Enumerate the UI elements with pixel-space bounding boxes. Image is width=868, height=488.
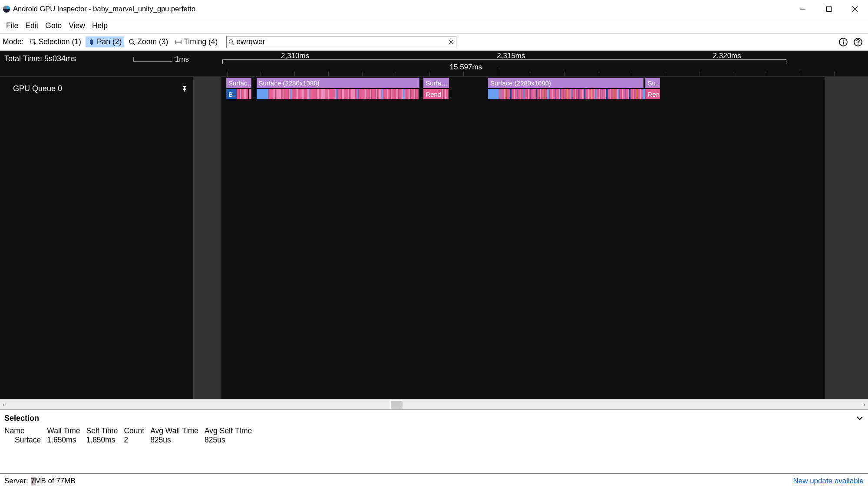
info-button[interactable]	[836, 35, 851, 49]
slice[interactable]	[298, 89, 301, 99]
close-button[interactable]	[842, 0, 868, 18]
slice[interactable]	[415, 89, 419, 99]
server-label: Server:	[4, 477, 28, 485]
slice[interactable]	[525, 89, 528, 99]
menu-goto[interactable]: Goto	[42, 20, 65, 32]
slice-gap	[461, 78, 462, 88]
selection-icon	[30, 39, 37, 46]
col-avg-self-time[interactable]: Avg Self TIme	[205, 426, 258, 436]
slice[interactable]	[268, 89, 273, 99]
tool-zoom[interactable]: Zoom (3)	[126, 36, 171, 47]
help-icon	[853, 37, 863, 47]
memory-meter: 7MB of 77MB	[31, 477, 87, 485]
slice[interactable]	[310, 89, 317, 99]
slice[interactable]	[358, 89, 364, 99]
horizontal-scrollbar[interactable]: ‹ ›	[0, 399, 868, 409]
slice[interactable]	[379, 89, 382, 99]
slice[interactable]	[284, 89, 289, 99]
pan-icon	[88, 39, 95, 46]
help-button[interactable]	[851, 35, 865, 49]
svg-point-16	[843, 39, 844, 41]
search-input[interactable]	[236, 37, 448, 46]
slice[interactable]	[392, 89, 396, 99]
chevron-down-icon[interactable]	[856, 414, 864, 422]
slice[interactable]	[643, 89, 645, 99]
cell-name: Surface	[4, 436, 47, 445]
slice[interactable]: Render	[423, 89, 442, 99]
svg-line-7	[133, 43, 135, 45]
pin-icon[interactable]	[181, 85, 188, 92]
menu-help[interactable]: Help	[89, 20, 111, 32]
ruler-tick-label: 2,310ms	[281, 52, 309, 60]
menu-view[interactable]: View	[65, 20, 89, 32]
slice[interactable]	[371, 89, 376, 99]
tool-timing[interactable]: Timing (4)	[172, 36, 220, 47]
slice[interactable]	[383, 89, 386, 99]
slice-surface[interactable]: Surfa…	[423, 78, 449, 88]
slice[interactable]	[237, 89, 240, 99]
slice[interactable]	[488, 89, 499, 99]
slice-surface[interactable]: Surface (2280x1080)	[488, 78, 644, 88]
slice-gap	[455, 78, 458, 88]
col-name[interactable]: Name	[4, 426, 47, 436]
col-avg-wall-time[interactable]: Avg Wall Time	[150, 426, 205, 436]
slice[interactable]	[276, 89, 281, 99]
toolbar: Mode: Selection (1) Pan (2) Zoom (3) Tim…	[0, 33, 868, 51]
clear-search-icon[interactable]	[448, 39, 454, 45]
time-ruler[interactable]: 2,310ms2,315ms2,320ms15.597ms	[193, 51, 868, 76]
search-icon	[228, 39, 234, 45]
slice[interactable]: B…	[226, 89, 237, 99]
table-row[interactable]: Surface 1.650ms 1.650ms 2 825us 825us	[4, 436, 258, 445]
right-scrub-region	[825, 77, 868, 399]
scroll-right-arrow[interactable]: ›	[860, 402, 868, 408]
slice[interactable]	[320, 89, 326, 99]
slice-surface[interactable]: Surfac…	[226, 78, 251, 88]
slice[interactable]	[257, 89, 269, 99]
selection-panel: Selection Name Wall Time Self Time Count…	[0, 409, 868, 445]
slice[interactable]	[246, 89, 249, 99]
slice[interactable]: Ren…	[645, 89, 660, 99]
slice-surface[interactable]: Surface (2280x1080)	[257, 78, 419, 88]
slice[interactable]	[344, 89, 347, 99]
slice[interactable]	[398, 89, 401, 99]
slice[interactable]	[292, 89, 296, 99]
slice-gap	[458, 78, 458, 88]
track-area[interactable]: Surfac…Surface (2280x1080)Surfa…Surface …	[193, 77, 868, 399]
search-box[interactable]	[226, 36, 456, 48]
track-header-gpu-queue-0[interactable]: GPU Queue 0	[0, 77, 193, 100]
maximize-button[interactable]	[816, 0, 842, 18]
total-time-label: Total Time: 5s034ms	[4, 54, 76, 63]
mode-label: Mode:	[3, 37, 24, 46]
slice[interactable]	[249, 89, 251, 99]
scroll-left-arrow[interactable]: ‹	[0, 402, 8, 408]
slice[interactable]	[304, 89, 307, 99]
col-self-time[interactable]: Self Time	[86, 426, 124, 436]
scroll-thumb[interactable]	[391, 401, 403, 409]
slice[interactable]	[351, 89, 355, 99]
col-wall-time[interactable]: Wall Time	[47, 426, 86, 436]
slice-gap	[477, 78, 478, 88]
tool-pan[interactable]: Pan (2)	[86, 36, 124, 47]
slice[interactable]	[329, 89, 334, 99]
tool-selection[interactable]: Selection (1)	[27, 36, 84, 47]
col-count[interactable]: Count	[124, 426, 150, 436]
slice[interactable]	[388, 89, 391, 99]
svg-point-19	[858, 44, 858, 45]
slice[interactable]	[446, 89, 449, 99]
slice-gap	[452, 78, 453, 88]
slice[interactable]	[366, 89, 370, 99]
menu-file[interactable]: File	[3, 20, 22, 32]
slice[interactable]	[506, 89, 509, 99]
slice-surface[interactable]: Su…	[645, 78, 660, 88]
trace-area: Total Time: 5s034ms 1ms 2,310ms2,315ms2,…	[0, 51, 868, 399]
statusbar: Server: 7MB of 77MB New update available	[0, 473, 868, 488]
slice[interactable]	[405, 89, 408, 99]
track-gpu-queue-0[interactable]: Surfac…Surface (2280x1080)Surfa…Surface …	[221, 77, 825, 100]
slice[interactable]	[337, 89, 342, 99]
update-link[interactable]: New update available	[793, 477, 864, 485]
slice[interactable]	[410, 89, 413, 99]
minimize-button[interactable]	[790, 0, 816, 18]
track-name: GPU Queue 0	[13, 84, 62, 93]
menu-edit[interactable]: Edit	[22, 20, 42, 32]
slice-gap	[484, 78, 486, 88]
